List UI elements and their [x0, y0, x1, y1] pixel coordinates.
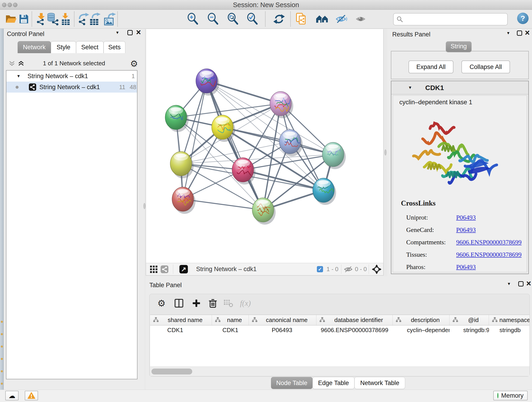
table-cell[interactable]: stringdb:9...	[450, 325, 489, 335]
refresh-view-button[interactable]	[272, 12, 286, 26]
import-network-from-database-button[interactable]	[46, 12, 60, 26]
network-overview-button[interactable]	[161, 263, 168, 275]
network-node[interactable]	[172, 187, 196, 214]
panel-menu-caret-icon[interactable]: ▼	[507, 282, 511, 286]
panel-float-icon[interactable]	[518, 281, 524, 287]
panel-close-icon[interactable]: ×	[526, 281, 531, 286]
delete-column-button[interactable]	[207, 298, 219, 309]
maximize-window-icon[interactable]	[13, 3, 17, 7]
memory-button[interactable]: Memory	[493, 391, 528, 400]
column-header[interactable]: namespace	[489, 315, 530, 325]
network-options-gear-icon[interactable]: ⚙	[130, 59, 138, 69]
export-table-button[interactable]	[88, 12, 101, 26]
table-cell[interactable]: P06493	[249, 325, 317, 335]
network-node[interactable]	[212, 115, 235, 142]
import-table-button[interactable]	[59, 12, 72, 26]
clone-network-button[interactable]	[295, 12, 308, 26]
panel-close-icon[interactable]: ×	[525, 30, 530, 36]
network-node[interactable]	[270, 91, 293, 118]
window-titlebar[interactable]: Session: New Session	[0, 0, 532, 10]
panel-float-icon[interactable]	[127, 30, 133, 35]
crosslink-link[interactable]: P06493	[456, 214, 476, 221]
zoom-in-button[interactable]	[186, 12, 199, 26]
tab-node-table[interactable]: Node Table	[271, 377, 312, 389]
network-edge[interactable]	[207, 81, 263, 210]
show-all-networks-button[interactable]	[316, 12, 329, 26]
left-splitter-handle[interactable]	[143, 203, 146, 209]
panel-menu-caret-icon[interactable]: ▼	[115, 31, 119, 35]
export-image-button[interactable]	[103, 12, 116, 26]
zoom-selected-button[interactable]	[246, 12, 259, 26]
column-header[interactable]: canonical name	[249, 315, 317, 325]
hidden-indicator[interactable]	[344, 263, 353, 275]
show-hidden-button[interactable]	[354, 12, 367, 26]
table-options-gear-icon[interactable]: ⚙	[156, 298, 167, 309]
cloud-status-button[interactable]: ☁	[5, 391, 19, 400]
crosslink-link[interactable]: 9606.ENSP00000378699	[456, 239, 521, 246]
function-builder-button[interactable]: f(x)	[239, 298, 251, 309]
network-node[interactable]	[196, 69, 219, 96]
fit-selected-button[interactable]	[372, 263, 381, 275]
zoom-out-button[interactable]	[206, 12, 220, 26]
crosslink-link[interactable]: 9606.ENSP00000378699	[456, 251, 521, 258]
show-columns-button[interactable]	[173, 298, 185, 309]
delete-table-button[interactable]	[222, 298, 234, 309]
search-box[interactable]	[393, 13, 508, 26]
column-header[interactable]: database identifier	[317, 315, 393, 325]
panel-float-icon[interactable]	[517, 31, 522, 36]
crosslink-link[interactable]: P06493	[456, 263, 476, 271]
horizontal-scrollbar[interactable]	[150, 366, 530, 376]
column-header[interactable]: @id	[450, 315, 489, 325]
table-cell[interactable]: CDK1	[212, 325, 249, 335]
network-node[interactable]	[252, 198, 276, 225]
tab-string[interactable]: String	[446, 41, 472, 52]
network-canvas[interactable]	[146, 29, 384, 263]
birdseye-toggle-button[interactable]	[150, 263, 157, 275]
network-node[interactable]	[313, 178, 336, 205]
tab-network-table[interactable]: Network Table	[355, 377, 405, 389]
selected-indicator[interactable]: ✓	[317, 263, 323, 275]
table-cell[interactable]: 9606.ENSP00000378699	[317, 325, 393, 335]
column-header[interactable]: shared name	[150, 315, 212, 325]
network-graph[interactable]	[146, 29, 384, 263]
minimize-window-icon[interactable]	[7, 3, 12, 7]
network-edge[interactable]	[222, 127, 333, 154]
network-tree-child-row[interactable]: String Network – cdk1 11 48	[6, 82, 137, 93]
tree-expand-caret-icon[interactable]: ▼	[17, 74, 21, 79]
tab-style[interactable]: Style	[51, 41, 76, 53]
zoom-fit-button[interactable]	[226, 12, 239, 26]
scrollbar-thumb[interactable]	[152, 369, 192, 375]
network-node[interactable]	[165, 105, 189, 132]
network-node[interactable]	[322, 142, 346, 169]
create-column-button[interactable]	[190, 298, 202, 309]
table-cell[interactable]: stringdb	[489, 325, 530, 335]
import-network-button[interactable]	[34, 12, 48, 26]
collapse-all-button[interactable]: Collapse All	[462, 61, 510, 73]
table-row[interactable]: CDK1CDK1P064939606.ENSP00000378699cyclin…	[150, 325, 530, 335]
panel-close-icon[interactable]: ×	[136, 30, 141, 35]
tab-select[interactable]: Select	[76, 41, 104, 53]
tab-sets[interactable]: Sets	[104, 41, 125, 53]
right-splitter-handle[interactable]	[385, 149, 386, 155]
panel-menu-caret-icon[interactable]: ▼	[506, 31, 510, 36]
warnings-button[interactable]	[25, 391, 38, 400]
gene-header-row[interactable]: ▼ CDK1	[391, 81, 528, 95]
open-in-window-button[interactable]: ↗	[179, 263, 188, 275]
tab-network[interactable]: Network	[18, 41, 51, 53]
column-header[interactable]: description	[393, 315, 450, 325]
expand-all-button[interactable]: Expand All	[409, 61, 453, 73]
network-edge[interactable]	[183, 81, 207, 199]
save-session-button[interactable]	[17, 12, 31, 26]
crosslink-link[interactable]: P06493	[456, 226, 476, 234]
search-input[interactable]	[403, 16, 502, 23]
network-tree-parent-row[interactable]: ▼ String Network – cdk1 1	[6, 70, 137, 82]
help-button[interactable]: ?	[517, 13, 529, 24]
hide-selected-button[interactable]	[335, 12, 348, 26]
open-session-button[interactable]	[4, 12, 18, 26]
gene-collapse-caret-icon[interactable]: ▼	[408, 85, 412, 90]
table-cell[interactable]: CDK1	[150, 325, 212, 335]
column-header[interactable]: name	[212, 315, 249, 325]
tab-edge-table[interactable]: Edge Table	[312, 377, 355, 389]
table-cell[interactable]: cyclin–dependent ...	[393, 325, 450, 335]
close-window-icon[interactable]	[2, 3, 6, 7]
